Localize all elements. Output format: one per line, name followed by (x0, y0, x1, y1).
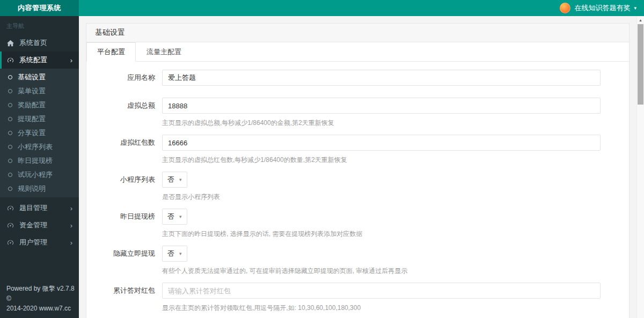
sidebar-section-label: 主导航 (0, 16, 79, 34)
select-value: 否 (167, 249, 174, 258)
sidebar-item-fund-mgmt[interactable]: 资金管理 › (0, 217, 79, 234)
sidebar-item-user-mgmt[interactable]: 用户管理 › (0, 234, 79, 251)
caret-down-icon: ▾ (179, 215, 182, 219)
form-row-cumulative-redpacket: 累计答对红包 显示在主页的累计答对领取红包,用逗号隔开,如: 10,30,60,… (86, 283, 629, 313)
footer-line1: Powered by 微擎 v2.7.8 © (6, 284, 76, 304)
tab-bar: 平台配置 流量主配置 (86, 42, 629, 62)
field-label: 昨日提现榜 (86, 209, 162, 225)
submenu-item-basic-settings[interactable]: 基础设置 (0, 70, 79, 84)
form-row-miniapp-list: 小程序列表 否 ▾ 是否显示小程序列表 (86, 172, 629, 202)
chevron-right-icon: › (70, 222, 72, 229)
app-name-input[interactable] (162, 70, 601, 86)
caret-down-icon: ▾ (179, 252, 182, 256)
sidebar-item-label: 题目管理 (19, 203, 47, 213)
dashboard-icon (6, 205, 14, 212)
tab-platform-config[interactable]: 平台配置 (86, 42, 136, 62)
field-label: 小程序列表 (86, 172, 162, 188)
field-label: 累计答对红包 (86, 283, 162, 299)
field-label: 虚拟红包数 (86, 135, 162, 151)
virtual-total-input[interactable] (162, 98, 601, 114)
field-hint: 是否显示小程序列表 (162, 193, 601, 202)
form-row-app-name: 应用名称 (86, 70, 629, 86)
circle-icon (8, 131, 12, 135)
home-icon (6, 40, 14, 47)
sidebar-item-question-mgmt[interactable]: 题目管理 › (0, 199, 79, 217)
field-label: 虚拟总额 (86, 98, 162, 114)
user-avatar-icon (560, 3, 570, 13)
sidebar-item-home[interactable]: 系统首页 (0, 34, 79, 51)
user-menu-label: 在线知识答题有奖 (574, 3, 630, 13)
dashboard-icon (6, 239, 14, 246)
submenu-item-yesterday-rank[interactable]: 昨日提现榜 (0, 154, 79, 168)
sidebar-item-label: 系统首页 (19, 38, 47, 48)
field-hint: 主页下面的昨日提现榜, 选择显示的话, 需要在提现榜列表添加对应数据 (162, 230, 601, 239)
scrollbar-up-arrow-icon[interactable]: ▲ (637, 16, 644, 24)
cumulative-redpacket-input[interactable] (162, 283, 601, 299)
settings-panel: 基础设置 平台配置 流量主配置 应用名称 虚拟总额 主页显示的虚拟总额,每秒减少… (86, 23, 630, 318)
form-row-virtual-redpacket: 虚拟红包数 主页显示的虚拟总红包数,每秒减少1/86400的数量,第2天重新恢复 (86, 135, 629, 165)
select-value: 否 (167, 175, 174, 184)
circle-icon (8, 117, 12, 121)
submenu-item-menu-settings[interactable]: 菜单设置 (0, 84, 79, 98)
submenu-item-label: 昨日提现榜 (18, 156, 53, 166)
sidebar-item-label: 系统配置 (19, 55, 47, 65)
circle-icon (8, 89, 12, 93)
caret-down-icon: ▾ (634, 6, 636, 11)
top-header: 内容管理系统 在线知识答题有奖 ▾ (0, 0, 644, 16)
circle-icon (8, 145, 12, 149)
chevron-right-icon: › (70, 57, 72, 64)
submenu-item-label: 菜单设置 (18, 86, 46, 96)
dashboard-icon (6, 57, 14, 64)
submenu-item-label: 规则说明 (18, 184, 46, 194)
panel-title: 基础设置 (86, 24, 629, 42)
submenu-item-label: 试玩小程序 (18, 170, 53, 180)
submenu-item-reward-config[interactable]: 奖励配置 (0, 98, 79, 112)
circle-icon (8, 75, 12, 79)
caret-down-icon: ▾ (179, 178, 182, 182)
chevron-right-icon: › (70, 239, 72, 246)
app-logo[interactable]: 内容管理系统 (0, 0, 79, 16)
submenu-item-share-settings[interactable]: 分享设置 (0, 126, 79, 140)
form-row-yesterday-rank: 昨日提现榜 否 ▾ 主页下面的昨日提现榜, 选择显示的话, 需要在提现榜列表添加… (86, 209, 629, 239)
submenu-item-label: 奖励配置 (18, 100, 46, 110)
circle-icon (8, 103, 12, 107)
field-hint: 主页显示的虚拟总红包数,每秒减少1/86400的数量,第2天重新恢复 (162, 156, 601, 165)
footer-line2[interactable]: 2014-2020 www.w7.cc (6, 304, 76, 314)
submenu-item-label: 基础设置 (18, 72, 46, 82)
submenu-item-withdraw-config[interactable]: 提现配置 (0, 112, 79, 126)
yesterday-rank-select[interactable]: 否 ▾ (162, 209, 187, 225)
field-label: 应用名称 (86, 70, 162, 86)
sidebar-item-system-config[interactable]: 系统配置 › (0, 51, 79, 69)
circle-icon (8, 173, 12, 177)
field-hint: 主页显示的虚拟总额,每秒减少1/86400的金额,第2天重新恢复 (162, 119, 601, 128)
submenu-item-label: 提现配置 (18, 114, 46, 124)
virtual-redpacket-input[interactable] (162, 135, 601, 151)
hide-withdraw-select[interactable]: 否 ▾ (162, 246, 187, 262)
sidebar-item-label: 资金管理 (19, 220, 47, 230)
select-value: 否 (167, 212, 174, 221)
circle-icon (8, 159, 12, 163)
main-content: 基础设置 平台配置 流量主配置 应用名称 虚拟总额 主页显示的虚拟总额,每秒减少… (79, 16, 636, 318)
dashboard-icon (6, 222, 14, 229)
settings-form: 应用名称 虚拟总额 主页显示的虚拟总额,每秒减少1/86400的金额,第2天重新… (86, 62, 629, 318)
sidebar: 主导航 系统首页 系统配置 › 基础设置 菜单设置 奖励配置 提现配置 (0, 16, 79, 318)
chevron-right-icon: › (70, 205, 72, 212)
submenu-item-miniapp-list[interactable]: 小程序列表 (0, 140, 79, 154)
sidebar-footer: Powered by 微擎 v2.7.8 © 2014-2020 www.w7.… (6, 284, 76, 314)
submenu-item-label: 分享设置 (18, 128, 46, 138)
field-hint: 显示在主页的累计答对领取红包,用逗号隔开,如: 10,30,60,100,180… (162, 304, 601, 313)
submenu-item-label: 小程序列表 (18, 142, 53, 152)
field-hint: 有些个人资质无法提审通过的, 可在提审前选择隐藏立即提现的页面, 审核通过后再显… (162, 267, 601, 276)
submenu-item-trial-miniapp[interactable]: 试玩小程序 (0, 168, 79, 182)
sidebar-item-label: 用户管理 (19, 238, 47, 247)
user-menu[interactable]: 在线知识答题有奖 ▾ (560, 3, 636, 13)
form-row-virtual-total: 虚拟总额 主页显示的虚拟总额,每秒减少1/86400的金额,第2天重新恢复 (86, 98, 629, 128)
tab-traffic-config[interactable]: 流量主配置 (136, 42, 192, 62)
scrollbar-thumb[interactable] (638, 24, 643, 105)
miniapp-list-select[interactable]: 否 ▾ (162, 172, 187, 188)
submenu-item-rules[interactable]: 规则说明 (0, 182, 79, 196)
circle-icon (8, 187, 12, 191)
form-row-hide-withdraw: 隐藏立即提现 否 ▾ 有些个人资质无法提审通过的, 可在提审前选择隐藏立即提现的… (86, 246, 629, 276)
page-scrollbar[interactable]: ▲ (636, 16, 644, 318)
top-navbar: 在线知识答题有奖 ▾ (79, 0, 644, 16)
